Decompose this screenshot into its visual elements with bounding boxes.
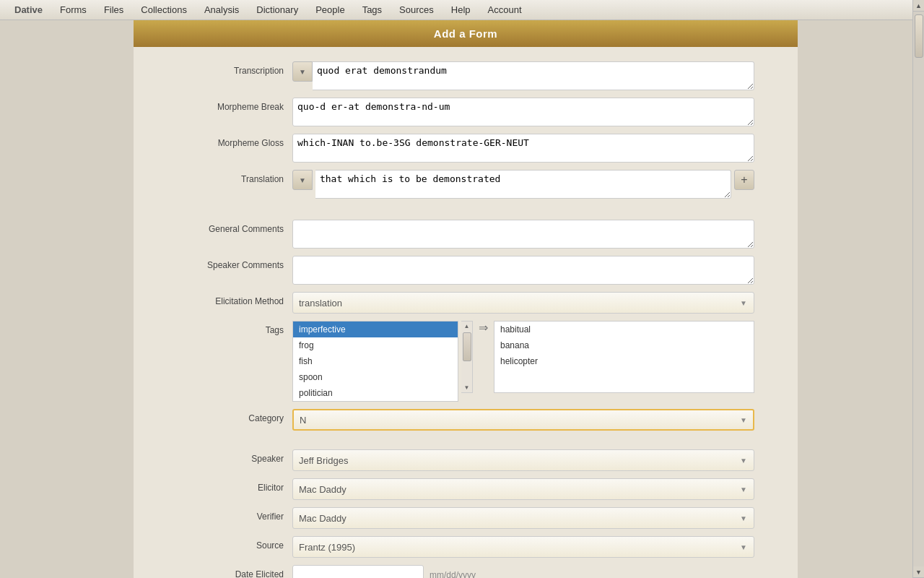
elicitation-method-row: Elicitation Method translation elicitati…: [177, 292, 754, 314]
category-control: N V Adj Adv: [292, 409, 754, 431]
tag-item-helicopter[interactable]: helicopter: [494, 353, 754, 369]
navbar-tags[interactable]: Tags: [354, 1, 391, 18]
source-select-wrap: Frantz (1995) Other: [292, 536, 754, 558]
morpheme-break-input[interactable]: quo-d er-at demonstra-nd-um: [292, 98, 754, 126]
scroll-thumb[interactable]: [463, 332, 471, 361]
verifier-row: Verifier Mac Daddy Other: [177, 507, 754, 529]
translation-input[interactable]: that which is to be demonstrated: [315, 170, 731, 199]
elicitation-method-label: Elicitation Method: [177, 292, 292, 306]
speaker-control: Jeff Bridges Other Speaker: [292, 449, 754, 471]
plus-icon: +: [741, 173, 747, 186]
navbar-sources[interactable]: Sources: [391, 1, 443, 18]
scrollbar-thumb[interactable]: [915, 14, 923, 58]
form-header: Add a Form: [134, 20, 798, 47]
elicitation-method-select[interactable]: translation elicitation other: [292, 292, 754, 314]
tag-item-spoon[interactable]: spoon: [293, 369, 458, 385]
elicitor-select[interactable]: Mac Daddy Other: [292, 478, 754, 500]
morpheme-gloss-label: Morpheme Gloss: [177, 134, 292, 148]
speaker-label: Speaker: [177, 449, 292, 464]
verifier-select[interactable]: Mac Daddy Other: [292, 507, 754, 529]
tag-item-habitual[interactable]: habitual: [494, 322, 754, 337]
speaker-comments-input[interactable]: [292, 256, 754, 285]
date-hint: mm/dd/yyyy: [430, 570, 476, 578]
tag-item-fish[interactable]: fish: [293, 353, 458, 369]
tag-item-banana[interactable]: banana: [494, 337, 754, 353]
elicitor-label: Elicitor: [177, 478, 292, 493]
category-select[interactable]: N V Adj Adv: [292, 409, 754, 431]
scroll-bottom-arrow[interactable]: ▼: [913, 566, 924, 578]
transfer-arrows: ⇒: [476, 321, 491, 335]
tags-label: Tags: [177, 321, 292, 335]
scroll-up-arrow[interactable]: ▲: [463, 322, 471, 331]
speaker-select[interactable]: Jeff Bridges Other Speaker: [292, 449, 754, 471]
general-comments-row: General Comments: [177, 220, 754, 249]
morpheme-break-row: Morpheme Break quo-d er-at demonstra-nd-…: [177, 98, 754, 126]
transcription-row: Transcription ▼ quod erat demonstrandum: [177, 61, 754, 90]
transcription-label: Transcription: [177, 61, 292, 76]
speaker-comments-row: Speaker Comments: [177, 256, 754, 285]
morpheme-gloss-input[interactable]: which-INAN to.be-3SG demonstrate-GER-NEU…: [292, 134, 754, 163]
page-scrollbar: ▲ ▼: [912, 0, 924, 578]
source-label: Source: [177, 536, 292, 551]
navbar: Dative Forms Files Collections Analysis …: [0, 0, 924, 20]
navbar-people[interactable]: People: [307, 1, 353, 18]
date-elicited-input[interactable]: [292, 565, 424, 578]
morpheme-break-label: Morpheme Break: [177, 98, 292, 112]
morpheme-gloss-row: Morpheme Gloss which-INAN to.be-3SG demo…: [177, 134, 754, 163]
verifier-select-wrap: Mac Daddy Other: [292, 507, 754, 529]
date-elicited-row: Date Elicited mm/dd/yyyy: [177, 565, 754, 578]
translation-control: ▼ that which is to be demonstrated +: [292, 170, 754, 201]
navbar-help[interactable]: Help: [443, 1, 479, 18]
navbar-dictionary[interactable]: Dictionary: [248, 1, 307, 18]
transcription-dropdown-btn[interactable]: ▼: [292, 61, 313, 82]
transcription-caret: ▼: [299, 68, 306, 76]
elicitor-row: Elicitor Mac Daddy Other: [177, 478, 754, 500]
transcription-input[interactable]: quod erat demonstrandum: [313, 61, 754, 90]
transfer-right-btn[interactable]: ⇒: [479, 321, 488, 335]
morpheme-break-control: quo-d er-at demonstra-nd-um: [292, 98, 754, 126]
date-elicited-control: mm/dd/yyyy: [292, 565, 754, 578]
source-control: Frantz (1995) Other: [292, 536, 754, 558]
form-body: Transcription ▼ quod erat demonstrandum …: [134, 47, 798, 578]
category-select-wrap: N V Adj Adv: [292, 409, 754, 431]
translation-dropdown-btn[interactable]: ▼: [292, 170, 313, 190]
navbar-forms[interactable]: Forms: [51, 1, 95, 18]
navbar-brand[interactable]: Dative: [6, 1, 51, 18]
elicitation-method-control: translation elicitation other: [292, 292, 754, 314]
navbar-collections[interactable]: Collections: [132, 1, 196, 18]
scroll-top-arrow[interactable]: ▲: [913, 0, 924, 12]
tag-item-frog[interactable]: frog: [293, 337, 458, 353]
translation-input-group: ▼ that which is to be demonstrated +: [292, 170, 754, 201]
tags-left-list: imperfective frog fish spoon politician: [292, 321, 458, 402]
scroll-down-arrow[interactable]: ▼: [463, 383, 471, 392]
morpheme-gloss-control: which-INAN to.be-3SG demonstrate-GER-NEU…: [292, 134, 754, 163]
verifier-control: Mac Daddy Other: [292, 507, 754, 529]
tags-container: imperfective frog fish spoon politician …: [292, 321, 754, 402]
date-elicited-label: Date Elicited: [177, 565, 292, 578]
general-comments-control: [292, 220, 754, 249]
general-comments-input[interactable]: [292, 220, 754, 249]
source-row: Source Frantz (1995) Other: [177, 536, 754, 558]
navbar-account[interactable]: Account: [479, 1, 531, 18]
tag-item-politician[interactable]: politician: [293, 385, 458, 401]
tag-item-imperfective[interactable]: imperfective: [293, 322, 458, 337]
main-content: Add a Form Transcription ▼ quod erat dem…: [134, 20, 798, 578]
elicitor-select-wrap: Mac Daddy Other: [292, 478, 754, 500]
translation-caret: ▼: [299, 176, 306, 184]
speaker-comments-control: [292, 256, 754, 285]
tags-right-list: habitual banana helicopter: [494, 321, 754, 393]
translation-add-btn[interactable]: +: [734, 170, 754, 190]
verifier-label: Verifier: [177, 507, 292, 522]
translation-textarea-wrap: that which is to be demonstrated: [315, 170, 731, 201]
translation-label: Translation: [177, 170, 292, 184]
translation-row: Translation ▼ that which is to be demons…: [177, 170, 754, 201]
source-select[interactable]: Frantz (1995) Other: [292, 536, 754, 558]
navbar-files[interactable]: Files: [95, 1, 132, 18]
date-row: mm/dd/yyyy: [292, 565, 476, 578]
scrollbar-track: ▲ ▼: [913, 0, 924, 578]
tags-scroll: ▲ ▼: [461, 321, 473, 393]
category-row: Category N V Adj Adv: [177, 409, 754, 431]
navbar-analysis[interactable]: Analysis: [196, 1, 248, 18]
transcription-input-group: ▼ quod erat demonstrandum: [292, 61, 754, 90]
transcription-control: ▼ quod erat demonstrandum: [292, 61, 754, 90]
